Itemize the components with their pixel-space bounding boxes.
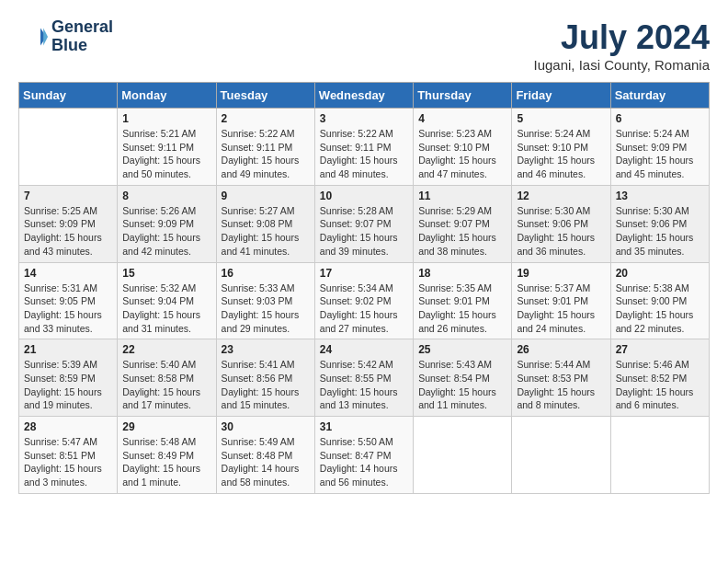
day-number: 27: [616, 343, 704, 356]
calendar-cell: 6Sunrise: 5:24 AM Sunset: 9:09 PM Daylig…: [610, 109, 709, 186]
calendar-cell: 4Sunrise: 5:23 AM Sunset: 9:10 PM Daylig…: [414, 109, 512, 186]
weekday-header-wednesday: Wednesday: [314, 83, 413, 109]
weekday-header-row: SundayMondayTuesdayWednesdayThursdayFrid…: [19, 83, 710, 109]
calendar-cell: [414, 417, 512, 494]
calendar-cell: 11Sunrise: 5:29 AM Sunset: 9:07 PM Dayli…: [414, 185, 512, 262]
calendar-cell: 13Sunrise: 5:30 AM Sunset: 9:06 PM Dayli…: [610, 185, 709, 262]
week-row-1: 1Sunrise: 5:21 AM Sunset: 9:11 PM Daylig…: [19, 109, 710, 186]
day-number: 15: [122, 267, 210, 280]
weekday-header-friday: Friday: [512, 83, 610, 109]
calendar-cell: 27Sunrise: 5:46 AM Sunset: 8:52 PM Dayli…: [610, 339, 709, 417]
calendar-cell: 31Sunrise: 5:50 AM Sunset: 8:47 PM Dayli…: [314, 417, 413, 494]
day-number: 17: [320, 267, 408, 280]
logo-icon: [18, 22, 48, 52]
day-number: 31: [320, 420, 408, 433]
calendar-cell: 3Sunrise: 5:22 AM Sunset: 9:11 PM Daylig…: [314, 109, 413, 186]
day-info: Sunrise: 5:24 AM Sunset: 9:10 PM Dayligh…: [517, 127, 605, 181]
day-number: 14: [24, 267, 112, 280]
day-info: Sunrise: 5:25 AM Sunset: 9:09 PM Dayligh…: [24, 204, 112, 259]
day-info: Sunrise: 5:39 AM Sunset: 8:59 PM Dayligh…: [24, 358, 112, 412]
calendar-cell: 20Sunrise: 5:38 AM Sunset: 9:00 PM Dayli…: [610, 262, 709, 339]
day-number: 1: [122, 112, 210, 125]
calendar-cell: 16Sunrise: 5:33 AM Sunset: 9:03 PM Dayli…: [216, 262, 314, 339]
day-number: 4: [418, 112, 506, 125]
calendar-cell: 5Sunrise: 5:24 AM Sunset: 9:10 PM Daylig…: [512, 109, 610, 186]
weekday-header-monday: Monday: [118, 83, 216, 109]
day-info: Sunrise: 5:47 AM Sunset: 8:51 PM Dayligh…: [24, 435, 112, 489]
day-info: Sunrise: 5:24 AM Sunset: 9:09 PM Dayligh…: [616, 127, 704, 181]
day-number: 9: [222, 190, 310, 202]
day-number: 7: [24, 190, 112, 202]
day-number: 5: [517, 112, 605, 125]
svg-marker-1: [43, 28, 48, 45]
day-number: 2: [222, 112, 310, 125]
day-info: Sunrise: 5:28 AM Sunset: 9:07 PM Dayligh…: [320, 204, 408, 259]
day-info: Sunrise: 5:40 AM Sunset: 8:58 PM Dayligh…: [122, 358, 210, 412]
calendar-cell: 18Sunrise: 5:35 AM Sunset: 9:01 PM Dayli…: [414, 262, 512, 339]
logo-text: General Blue: [51, 18, 113, 55]
day-info: Sunrise: 5:27 AM Sunset: 9:08 PM Dayligh…: [222, 204, 310, 259]
calendar-cell: 8Sunrise: 5:26 AM Sunset: 9:09 PM Daylig…: [118, 185, 216, 262]
day-number: 24: [320, 343, 408, 356]
day-info: Sunrise: 5:23 AM Sunset: 9:10 PM Dayligh…: [418, 127, 506, 181]
calendar-table: SundayMondayTuesdayWednesdayThursdayFrid…: [18, 82, 710, 494]
week-row-3: 14Sunrise: 5:31 AM Sunset: 9:05 PM Dayli…: [19, 262, 710, 339]
week-row-4: 21Sunrise: 5:39 AM Sunset: 8:59 PM Dayli…: [19, 339, 710, 417]
day-info: Sunrise: 5:35 AM Sunset: 9:01 PM Dayligh…: [418, 282, 506, 336]
day-info: Sunrise: 5:22 AM Sunset: 9:11 PM Dayligh…: [222, 127, 310, 181]
weekday-header-sunday: Sunday: [19, 83, 118, 109]
weekday-header-saturday: Saturday: [610, 83, 709, 109]
day-number: 29: [122, 420, 210, 433]
day-info: Sunrise: 5:44 AM Sunset: 8:53 PM Dayligh…: [517, 358, 605, 412]
calendar-cell: 15Sunrise: 5:32 AM Sunset: 9:04 PM Dayli…: [118, 262, 216, 339]
day-number: 26: [517, 343, 605, 356]
location: Iugani, Iasi County, Romania: [534, 57, 711, 73]
day-number: 20: [616, 267, 704, 280]
day-info: Sunrise: 5:29 AM Sunset: 9:07 PM Dayligh…: [418, 204, 506, 259]
day-info: Sunrise: 5:49 AM Sunset: 8:48 PM Dayligh…: [222, 435, 310, 489]
day-number: 16: [222, 267, 310, 280]
day-number: 11: [418, 190, 506, 202]
calendar-cell: 1Sunrise: 5:21 AM Sunset: 9:11 PM Daylig…: [118, 109, 216, 186]
day-info: Sunrise: 5:34 AM Sunset: 9:02 PM Dayligh…: [320, 282, 408, 336]
calendar-cell: 7Sunrise: 5:25 AM Sunset: 9:09 PM Daylig…: [19, 185, 118, 262]
day-number: 28: [24, 420, 112, 433]
day-number: 30: [222, 420, 310, 433]
day-info: Sunrise: 5:22 AM Sunset: 9:11 PM Dayligh…: [320, 127, 408, 181]
day-info: Sunrise: 5:32 AM Sunset: 9:04 PM Dayligh…: [122, 282, 210, 336]
calendar-cell: 30Sunrise: 5:49 AM Sunset: 8:48 PM Dayli…: [216, 417, 314, 494]
page-header: General Blue July 2024 Iugani, Iasi Coun…: [18, 18, 710, 73]
calendar-cell: [512, 417, 610, 494]
day-number: 23: [222, 343, 310, 356]
calendar-cell: 25Sunrise: 5:43 AM Sunset: 8:54 PM Dayli…: [414, 339, 512, 417]
calendar-cell: [610, 417, 709, 494]
calendar-cell: 22Sunrise: 5:40 AM Sunset: 8:58 PM Dayli…: [118, 339, 216, 417]
day-info: Sunrise: 5:50 AM Sunset: 8:47 PM Dayligh…: [320, 435, 408, 489]
calendar-cell: 23Sunrise: 5:41 AM Sunset: 8:56 PM Dayli…: [216, 339, 314, 417]
day-number: 18: [418, 267, 506, 280]
calendar-cell: 9Sunrise: 5:27 AM Sunset: 9:08 PM Daylig…: [216, 185, 314, 262]
calendar-cell: 24Sunrise: 5:42 AM Sunset: 8:55 PM Dayli…: [314, 339, 413, 417]
calendar-cell: 29Sunrise: 5:48 AM Sunset: 8:49 PM Dayli…: [118, 417, 216, 494]
day-info: Sunrise: 5:43 AM Sunset: 8:54 PM Dayligh…: [418, 358, 506, 412]
title-block: July 2024 Iugani, Iasi County, Romania: [534, 18, 711, 73]
day-info: Sunrise: 5:46 AM Sunset: 8:52 PM Dayligh…: [616, 358, 704, 412]
day-number: 6: [616, 112, 704, 125]
month-year: July 2024: [534, 18, 711, 57]
day-number: 8: [122, 190, 210, 202]
week-row-2: 7Sunrise: 5:25 AM Sunset: 9:09 PM Daylig…: [19, 185, 710, 262]
day-number: 10: [320, 190, 408, 202]
calendar-cell: 21Sunrise: 5:39 AM Sunset: 8:59 PM Dayli…: [19, 339, 118, 417]
calendar-cell: 17Sunrise: 5:34 AM Sunset: 9:02 PM Dayli…: [314, 262, 413, 339]
day-info: Sunrise: 5:31 AM Sunset: 9:05 PM Dayligh…: [24, 282, 112, 336]
logo: General Blue: [18, 18, 113, 55]
day-info: Sunrise: 5:38 AM Sunset: 9:00 PM Dayligh…: [616, 282, 704, 336]
day-number: 19: [517, 267, 605, 280]
day-number: 3: [320, 112, 408, 125]
calendar-cell: 28Sunrise: 5:47 AM Sunset: 8:51 PM Dayli…: [19, 417, 118, 494]
week-row-5: 28Sunrise: 5:47 AM Sunset: 8:51 PM Dayli…: [19, 417, 710, 494]
calendar-cell: 14Sunrise: 5:31 AM Sunset: 9:05 PM Dayli…: [19, 262, 118, 339]
day-info: Sunrise: 5:33 AM Sunset: 9:03 PM Dayligh…: [222, 282, 310, 336]
day-info: Sunrise: 5:26 AM Sunset: 9:09 PM Dayligh…: [122, 204, 210, 259]
weekday-header-thursday: Thursday: [414, 83, 512, 109]
